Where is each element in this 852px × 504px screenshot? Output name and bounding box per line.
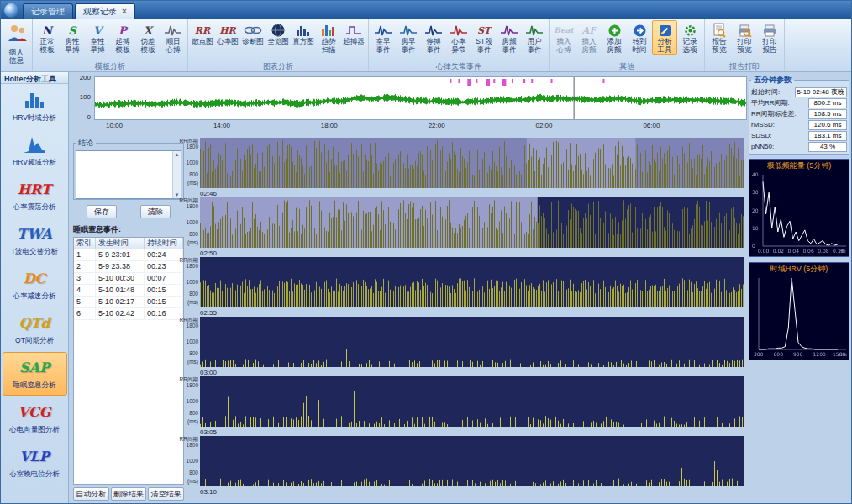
ae-events-button[interactable]: 房早 事件: [396, 20, 421, 55]
events-col-header[interactable]: 索引: [74, 238, 96, 249]
other-beat-template-icon: [164, 23, 182, 38]
analysis-tools-button[interactable]: 分析 工具: [652, 20, 677, 55]
sidebar-item-qtd[interactable]: QTdQT间期分析: [3, 307, 67, 351]
scroll-up-icon[interactable]: ▲: [175, 152, 180, 157]
hr-graph-button[interactable]: HR心率图: [215, 20, 240, 47]
record-options-button[interactable]: 记录 选项: [677, 20, 702, 55]
tab-observe-record[interactable]: 观察记录×: [75, 3, 135, 19]
hr-trend-canvas[interactable]: [94, 76, 747, 120]
print-preview-button[interactable]: 打印 预览: [732, 20, 757, 55]
save-button[interactable]: 保存: [87, 205, 117, 218]
clear-button[interactable]: 清除: [140, 205, 171, 218]
clear-results-button[interactable]: 清空结果: [148, 487, 184, 501]
other-beat-template-button[interactable]: 顺日 心搏: [160, 20, 186, 55]
conclusion-buttons: 保存 清除: [75, 205, 182, 218]
ve-events-button[interactable]: 室早 事件: [371, 20, 396, 55]
event-row[interactable]: 45-10 01:4800:15: [74, 285, 183, 297]
patient-info-button[interactable]: 病人 信息: [1, 19, 33, 71]
twa-icon: TWA: [3, 223, 66, 244]
hr-abnormal-events-button[interactable]: 心率 异常: [446, 20, 471, 55]
rr-strip-canvas[interactable]: [200, 376, 744, 427]
sidebar-item-sap[interactable]: SAP睡眠窒息分析: [3, 352, 67, 396]
rr-scatter-icon: RR: [195, 23, 210, 38]
rr-scatter-button[interactable]: RR散点图: [190, 20, 215, 47]
artifact-template-icon: X: [144, 23, 152, 38]
ventricular-premature-template-button[interactable]: V室性 早搏: [85, 20, 110, 55]
delete-results-button[interactable]: 删除结果: [111, 487, 147, 501]
strip-time-label: 02:46: [200, 190, 217, 197]
sap-icon: SAP: [3, 356, 66, 378]
param-row: 平均RR间期:800.2 ms: [751, 97, 847, 108]
tab-close-icon[interactable]: ×: [122, 7, 127, 16]
event-row[interactable]: 35-10 00:3000:07: [74, 273, 183, 285]
ae-events-icon: [399, 23, 418, 38]
insert-beat-button[interactable]: Beat插入 心搏: [551, 20, 576, 55]
param-value: 800.2 ms: [808, 98, 847, 108]
rr-strip-canvas[interactable]: [200, 197, 744, 248]
sidebar-item-vlp[interactable]: VLP心室晚电位分析: [3, 441, 67, 485]
normal-template-icon: N: [42, 23, 52, 38]
conclusion-scrollbar[interactable]: ▲▼: [172, 151, 181, 198]
print-report-button[interactable]: 打印 报告: [757, 20, 782, 55]
paced-template-button[interactable]: P起搏 模板: [110, 20, 135, 55]
st-events-button[interactable]: STST段 事件: [471, 20, 497, 55]
rr-strip-canvas[interactable]: [200, 257, 744, 307]
strip-axis: RR间期18001000800(ms): [185, 436, 200, 488]
overview-graph-button[interactable]: 全览图: [266, 20, 291, 47]
normal-template-button[interactable]: N正常 模板: [34, 20, 60, 55]
pause-events-button[interactable]: 停搏 事件: [421, 20, 446, 55]
add-af-button[interactable]: 添加 房颤: [602, 20, 627, 55]
vlf-energy-canvas: [750, 171, 848, 255]
sidebar-item-dc[interactable]: DC心率减速分析: [3, 263, 67, 307]
histogram-button[interactable]: 直方图: [291, 20, 316, 47]
sidebar-item-hrv-freq[interactable]: HRV频域分析: [3, 129, 67, 173]
sidebar-item-hrt[interactable]: HRT心率震荡分析: [3, 174, 67, 218]
hrt-icon: HRT: [3, 178, 66, 200]
af-events-button[interactable]: 房颤 事件: [497, 20, 522, 55]
strip-time-label: 03:05: [200, 428, 217, 436]
param-row: SDSD:183.1 ms: [751, 130, 847, 141]
events-buttons: 自动分析删除结果清空结果: [73, 487, 184, 501]
app-window: 记录管理观察记录× 病人 信息 N正常 模板S房性 早搏V室性 早搏P起搏 模板…: [0, 0, 852, 504]
ve-events-icon: [374, 23, 392, 38]
events-col-header[interactable]: 发生时间: [96, 238, 145, 249]
sidebar: Holter分析工具 HRV时域分析HRV频域分析HRT心率震荡分析TWAT波电…: [1, 72, 69, 503]
five-min-params-rows: 起始时间:5-10 02:48 夜晚平均RR间期:800.2 msRR间期标准差…: [751, 87, 847, 152]
atrial-premature-template-button[interactable]: S房性 早搏: [60, 20, 85, 55]
conclusion-textarea[interactable]: ▲▼: [76, 150, 181, 199]
goto-time-icon: [634, 23, 646, 38]
auto-analysis-button[interactable]: 自动分析: [73, 487, 109, 501]
analysis-tools-icon: [659, 23, 671, 38]
ribbon-group-label: 模板分析: [34, 61, 186, 71]
hr-graph-icon: HR: [219, 23, 236, 38]
ribbon-group-1: RR散点图HR心率图诊断图全览图直方图趋势 扫描起搏器图表分析: [188, 19, 369, 71]
artifact-template-button[interactable]: X伪差 模板: [135, 20, 160, 55]
param-value: 108.5 ms: [808, 109, 847, 119]
rr-strip-canvas[interactable]: [200, 317, 744, 367]
sidebar-item-vcg[interactable]: VCG心电向量图分析: [3, 396, 67, 440]
sidebar-item-twa[interactable]: TWAT波电交替分析: [3, 218, 67, 262]
user-events-button[interactable]: 用户 事件: [522, 20, 547, 55]
overview-graph-icon: [271, 23, 286, 38]
pacemaker-button[interactable]: 起搏器: [341, 20, 366, 47]
hr-x-tick: 02:00: [536, 122, 553, 129]
event-row[interactable]: 15-9 23:0100:24: [74, 249, 183, 261]
insert-af-button[interactable]: AF插入 房颤: [576, 20, 602, 55]
dc-icon: DC: [3, 267, 66, 289]
rr-strip-canvas[interactable]: [200, 436, 744, 486]
event-row[interactable]: 25-9 23:3800:23: [74, 261, 183, 273]
left-panel: 结论 ▲▼ 保存 清除 睡眠窒息事件: 索引发生时间持续时间15-9 23:01…: [73, 138, 184, 501]
rr-strip-canvas[interactable]: [200, 138, 744, 188]
events-col-header[interactable]: 持续时间: [145, 238, 183, 249]
sidebar-item-hrv-time[interactable]: HRV时域分析: [3, 85, 67, 129]
strip-time-label: 03:10: [200, 488, 217, 496]
report-preview-button[interactable]: 报告 预览: [707, 20, 732, 55]
scroll-down-icon[interactable]: ▼: [175, 192, 180, 197]
goto-time-button[interactable]: 转到 时间: [627, 20, 652, 55]
patient-icon: [6, 23, 28, 46]
event-row[interactable]: 65-10 02:4200:16: [74, 308, 183, 320]
trend-scan-button[interactable]: 趋势 扫描: [316, 20, 341, 55]
tab-record-management[interactable]: 记录管理: [23, 3, 73, 19]
diagnosis-graph-button[interactable]: 诊断图: [240, 20, 266, 47]
event-row[interactable]: 55-10 02:1700:15: [74, 297, 183, 308]
